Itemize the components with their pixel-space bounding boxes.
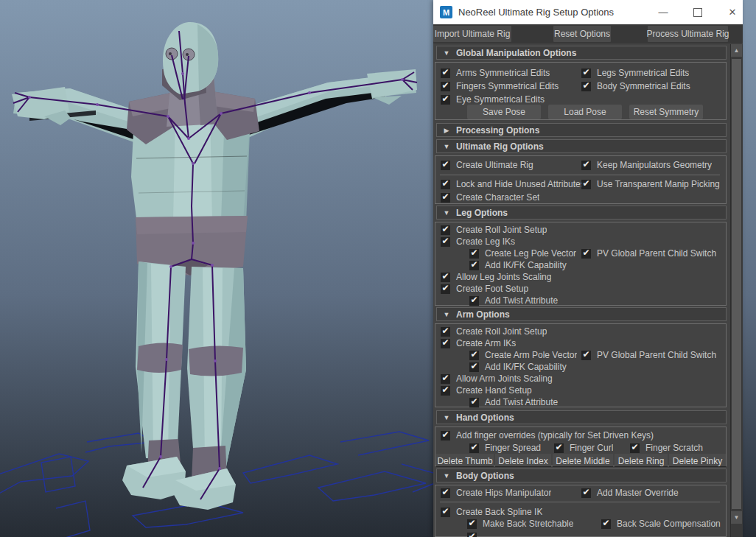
arm-add-ikfk-capability-row[interactable]: ✔ Add IK/FK Capability	[469, 361, 567, 373]
scrollbar-thumb[interactable]	[731, 58, 742, 510]
close-button[interactable]: ✕	[721, 0, 743, 24]
maximize-button[interactable]	[687, 0, 709, 24]
create-hips-manipulator-row[interactable]: ✔ Create Hips Manipulator	[441, 487, 551, 499]
checkbox-checked[interactable]: ✔	[441, 374, 450, 384]
delete-thumb-button[interactable]: Delete Thumb	[436, 454, 494, 467]
reset-symmetry-button[interactable]: Reset Symmetry	[629, 105, 703, 119]
reset-options-button[interactable]: Reset Options	[553, 26, 611, 42]
section-leg-options[interactable]: ▼ Leg Options	[436, 206, 727, 220]
create-leg-iks-row[interactable]: ✔ Create Leg IKs	[441, 236, 515, 248]
checkbox-checked[interactable]: ✔	[441, 193, 450, 203]
checkbox-checked[interactable]: ✔	[581, 488, 591, 498]
section-ultimate-rig-options[interactable]: ▼ Ultimate Rig Options	[436, 139, 727, 153]
checkbox-checked[interactable]: ✔	[469, 249, 479, 259]
chevron-expanded-icon: ▼	[437, 209, 456, 217]
checkbox-checked[interactable]: ✔	[469, 443, 479, 453]
back-scale-compensation-row[interactable]: ✔ Back Scale Compensation	[601, 518, 721, 530]
checkbox-checked[interactable]: ✔	[441, 327, 450, 337]
checkbox-checked[interactable]: ✔	[581, 180, 591, 189]
create-foot-setup-row[interactable]: ✔ Create Foot Setup	[441, 283, 528, 295]
lock-hide-unused-attributes-row[interactable]: ✔ Lock and Hide Unused Attributes	[441, 178, 585, 190]
legs-symmetrical-edits-row[interactable]: ✔ Legs Symmetrical Edits	[581, 67, 689, 79]
leg-create-roll-joint-setup-row[interactable]: ✔ Create Roll Joint Setup	[441, 224, 547, 236]
create-arm-pole-vector-row[interactable]: ✔ Create Arm Pole Vector	[469, 349, 577, 361]
checkbox-checked[interactable]: ✔	[581, 351, 591, 360]
checkbox-checked[interactable]: ✔	[469, 351, 479, 360]
check-icon: ✔	[470, 351, 477, 358]
check-icon: ✔	[582, 488, 589, 496]
checkbox-checked[interactable]: ✔	[441, 431, 450, 441]
checkbox-checked[interactable]: ✔	[441, 386, 450, 396]
checkbox-checked[interactable]: ✔	[581, 69, 591, 78]
fingers-symmetrical-edits-row[interactable]: ✔ Fingers Symmetrical Edits	[441, 80, 559, 92]
finger-curl-row[interactable]: ✔ Finger Curl	[554, 442, 613, 454]
checkbox-checked[interactable]: ✔	[441, 508, 450, 517]
title-bar[interactable]: M NeoReel Ultimate Rig Setup Options — ✕	[433, 0, 743, 24]
checkbox-checked[interactable]: ✔	[441, 339, 450, 348]
checkbox-checked[interactable]: ✔	[630, 443, 640, 453]
create-arm-iks-row[interactable]: ✔ Create Arm IKs	[441, 337, 516, 349]
section-processing-options[interactable]: ▶ Processing Options	[436, 123, 727, 137]
delete-middle-button[interactable]: Delete Middle	[553, 454, 613, 467]
section-arm-options[interactable]: ▼ Arm Options	[436, 307, 727, 321]
checkbox-checked[interactable]: ✔	[601, 519, 611, 529]
checkbox-checked[interactable]: ✔	[467, 533, 477, 537]
body-symmetrical-edits-row[interactable]: ✔ Body Symmetrical Edits	[581, 80, 690, 92]
add-master-override-row[interactable]: ✔ Add Master Override	[581, 487, 679, 499]
leg-add-ikfk-capability-row[interactable]: ✔ Add IK/FK Capability	[469, 259, 567, 271]
add-finger-overrides-row[interactable]: ✔ Add finger overrides (typically for Se…	[441, 429, 654, 441]
checkbox-checked[interactable]: ✔	[581, 82, 591, 91]
section-body-options[interactable]: ▼ Body Options	[436, 468, 727, 482]
create-ultimate-rig-row[interactable]: ✔ Create Ultimate Rig	[441, 159, 533, 171]
arm-add-twist-attribute-row[interactable]: ✔ Add Twist Attribute	[469, 396, 558, 408]
section-hand-options[interactable]: ▼ Hand Options	[436, 410, 727, 424]
keep-manipulators-geometry-row[interactable]: ✔ Keep Manipulators Geometry	[581, 159, 712, 171]
arm-create-roll-joint-setup-row[interactable]: ✔ Create Roll Joint Setup	[441, 326, 547, 337]
checkbox-checked[interactable]: ✔	[581, 161, 591, 170]
checkbox-checked[interactable]: ✔	[469, 261, 479, 270]
delete-index-button[interactable]: Delete Index	[495, 454, 551, 467]
process-ultimate-rig-button[interactable]: Process Ultimate Rig	[648, 26, 728, 42]
checkbox-checked[interactable]: ✔	[554, 443, 564, 453]
clipped-checkbox-row[interactable]: ✔	[467, 531, 477, 537]
allow-arm-joints-scaling-row[interactable]: ✔ Allow Arm Joints Scaling	[441, 373, 553, 385]
section-global-manipulation[interactable]: ▼ Global Manipulation Options	[436, 46, 727, 60]
finger-scratch-row[interactable]: ✔ Finger Scratch	[630, 442, 703, 454]
create-character-set-row[interactable]: ✔ Create Character Set	[441, 192, 539, 203]
checkbox-checked[interactable]: ✔	[441, 180, 450, 189]
delete-ring-button[interactable]: Delete Ring	[615, 454, 668, 467]
leg-pv-global-parent-child-switch-row[interactable]: ✔ PV Global Parent Child Switch	[581, 248, 726, 259]
checkbox-checked[interactable]: ✔	[441, 161, 450, 170]
checkbox-checked[interactable]: ✔	[441, 95, 450, 105]
checkbox-checked[interactable]: ✔	[441, 69, 450, 78]
load-pose-button[interactable]: Load Pose	[548, 105, 622, 119]
checkbox-checked[interactable]: ✔	[469, 398, 479, 407]
create-hand-setup-row[interactable]: ✔ Create Hand Setup	[441, 385, 532, 396]
make-back-stretchable-row[interactable]: ✔ Make Back Stretchable	[467, 518, 573, 530]
checkbox-checked[interactable]: ✔	[469, 296, 479, 306]
eye-symmetrical-edits-row[interactable]: ✔ Eye Symmetrical Edits	[441, 94, 545, 105]
save-pose-button[interactable]: Save Pose	[467, 105, 541, 119]
checkbox-checked[interactable]: ✔	[441, 237, 450, 247]
checkbox-checked[interactable]: ✔	[469, 362, 479, 372]
arms-symmetrical-edits-row[interactable]: ✔ Arms Symmetrical Edits	[441, 67, 550, 79]
finger-spread-row[interactable]: ✔ Finger Spread	[469, 442, 541, 454]
checkbox-checked[interactable]: ✔	[441, 273, 450, 282]
scroll-down-button[interactable]: ▼	[731, 511, 742, 524]
scroll-up-button[interactable]: ▲	[731, 44, 742, 57]
create-back-spline-ik-row[interactable]: ✔ Create Back Spline IK	[441, 506, 542, 518]
leg-add-twist-attribute-row[interactable]: ✔ Add Twist Attribute	[469, 295, 558, 306]
create-leg-pole-vector-row[interactable]: ✔ Create Leg Pole Vector	[469, 248, 576, 259]
checkbox-checked[interactable]: ✔	[581, 249, 591, 259]
import-ultimate-rig-button[interactable]: Import Ultimate Rig	[433, 26, 511, 42]
checkbox-checked[interactable]: ✔	[441, 284, 450, 294]
use-transparent-manip-picking-row[interactable]: ✔ Use Transparent Manip Picking	[581, 178, 720, 190]
checkbox-checked[interactable]: ✔	[441, 488, 450, 498]
allow-leg-joints-scaling-row[interactable]: ✔ Allow Leg Joints Scaling	[441, 271, 551, 283]
delete-pinky-button[interactable]: Delete Pinky	[669, 454, 726, 467]
minimize-button[interactable]: —	[652, 0, 674, 24]
checkbox-checked[interactable]: ✔	[441, 82, 450, 91]
checkbox-checked[interactable]: ✔	[441, 225, 450, 235]
arm-pv-global-parent-child-switch-row[interactable]: ✔ PV Global Parent Child Switch	[581, 349, 726, 361]
checkbox-checked[interactable]: ✔	[467, 519, 477, 529]
